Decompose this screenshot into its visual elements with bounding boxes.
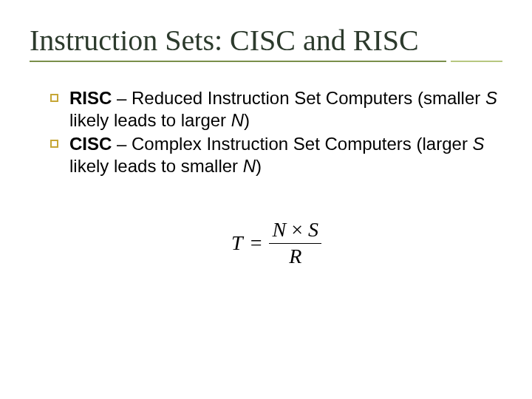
term: CISC xyxy=(69,134,112,154)
numerator: N × S xyxy=(269,219,321,243)
bullet-cisc: CISC – Complex Instruction Set Computers… xyxy=(50,133,502,177)
formula: T = N × S R xyxy=(50,219,502,268)
var-s: S xyxy=(473,134,485,154)
var-n: N xyxy=(272,218,286,241)
text: likely leads to smaller xyxy=(69,156,243,176)
denominator: R xyxy=(286,244,304,268)
text: Complex Instruction Set Computers (large… xyxy=(132,134,473,154)
bullet-risc: RISC – Reduced Instruction Set Computers… xyxy=(50,87,502,132)
var-n: N xyxy=(243,156,256,176)
text: likely leads to larger xyxy=(69,110,231,130)
var-s: S xyxy=(485,88,497,108)
slide: Instruction Sets: CISC and RISC RISC – R… xyxy=(0,0,532,399)
term: RISC xyxy=(69,88,112,108)
title-underline xyxy=(30,61,502,62)
text: Reduced Instruction Set Computers (small… xyxy=(132,88,485,108)
times-sign: × xyxy=(291,218,303,241)
slide-body: RISC – Reduced Instruction Set Computers… xyxy=(30,87,502,268)
square-bullet-icon xyxy=(50,140,58,148)
var-n: N xyxy=(231,110,244,130)
formula-lhs: T xyxy=(231,231,243,255)
square-bullet-icon xyxy=(50,94,58,102)
dash: – xyxy=(112,134,132,154)
dash: – xyxy=(112,88,132,108)
text: ) xyxy=(256,156,262,176)
underline-long xyxy=(30,61,446,62)
var-s: S xyxy=(308,218,318,241)
equals-sign: = xyxy=(250,231,262,255)
fraction: N × S R xyxy=(269,219,321,268)
underline-short xyxy=(451,61,502,62)
text: ) xyxy=(244,110,250,130)
slide-title: Instruction Sets: CISC and RISC xyxy=(30,25,502,56)
